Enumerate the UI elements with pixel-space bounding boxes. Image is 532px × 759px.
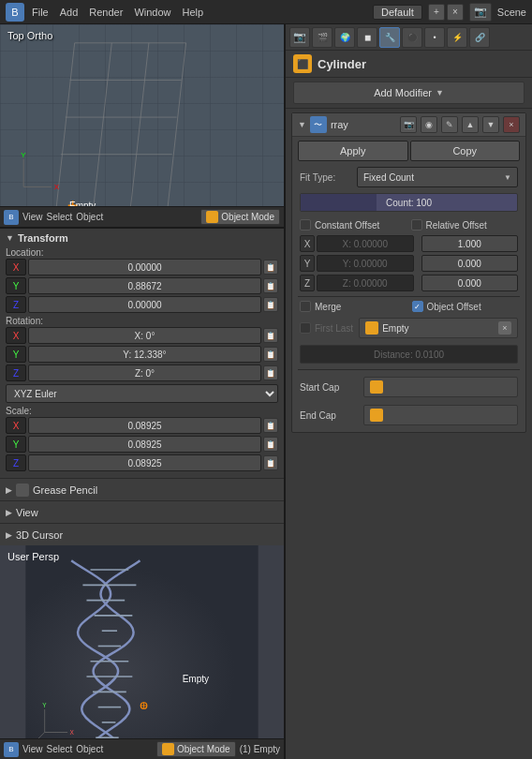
select-menu-bottom[interactable]: Select xyxy=(47,744,73,754)
apply-button[interactable]: Apply xyxy=(298,141,408,161)
view-panel[interactable]: ▶ View xyxy=(0,500,284,523)
modifier-edit-icon[interactable]: ✎ xyxy=(441,116,458,133)
constant-offset-checkbox[interactable] xyxy=(300,219,311,231)
copy-ry-btn[interactable]: 📋 xyxy=(263,347,278,362)
count-row: Count: 100 xyxy=(292,191,525,214)
particles-props-icon[interactable]: • xyxy=(424,27,445,48)
sz-label: Z xyxy=(6,454,26,471)
modifier-viewport-icon[interactable]: ◉ xyxy=(421,116,437,133)
relative-x-input[interactable]: 1.000 xyxy=(421,235,519,252)
offset-x-label: X xyxy=(300,235,315,252)
first-last-checkbox[interactable] xyxy=(300,322,311,334)
object-type-icon: ⬛ xyxy=(293,54,312,73)
object-offset-label: Object Offset xyxy=(427,302,481,312)
copy-rz-btn[interactable]: 📋 xyxy=(263,365,278,380)
scale-y-input[interactable] xyxy=(28,436,261,453)
end-cap-select[interactable] xyxy=(363,405,518,425)
constant-offset-label: Constant Offset xyxy=(315,220,379,231)
world-props-icon[interactable]: 🌍 xyxy=(334,27,355,48)
object-mode-btn-top[interactable]: Object Mode xyxy=(200,209,280,225)
start-cap-select[interactable] xyxy=(363,377,518,397)
rotation-y-input[interactable] xyxy=(28,346,261,363)
euler-select[interactable]: XYZ Euler xyxy=(6,384,278,403)
end-cap-row: End Cap xyxy=(292,402,525,428)
copy-x-btn[interactable]: 📋 xyxy=(263,260,278,275)
blender-icon[interactable]: B xyxy=(6,3,24,22)
modifier-down-icon[interactable]: ▼ xyxy=(482,116,499,133)
merge-checkbox[interactable] xyxy=(300,301,311,312)
transform-header[interactable]: ▼ Transform xyxy=(6,232,278,244)
menu-file[interactable]: File xyxy=(32,7,49,18)
cursor-3d-label: 3D Cursor xyxy=(16,529,63,541)
object-mode-btn-bottom[interactable]: Object Mode xyxy=(156,741,236,757)
object-menu-top[interactable]: Object xyxy=(76,212,103,222)
relative-offset-checkbox[interactable] xyxy=(411,219,422,231)
offset-z-input-left[interactable]: Z: 0.00000 xyxy=(317,275,414,291)
location-y-row: Y 📋 xyxy=(6,277,278,294)
constraints-props-icon[interactable]: 🔗 xyxy=(469,27,490,48)
distance-input[interactable]: Distance: 0.0100 xyxy=(300,345,518,364)
viewport-top[interactable]: X Y Top Ortho Empty (1) Empty B View Sel… xyxy=(0,24,286,229)
view-menu-bottom[interactable]: View xyxy=(22,744,43,754)
copy-button[interactable]: Copy xyxy=(410,141,521,161)
empty-close-btn[interactable]: × xyxy=(498,321,511,335)
end-cap-label: End Cap xyxy=(300,410,356,421)
render-props-icon[interactable]: 📷 xyxy=(289,27,310,48)
menu-add[interactable]: Add xyxy=(60,7,79,18)
start-cap-row: Start Cap xyxy=(292,374,525,400)
location-z-row: Z 📋 xyxy=(6,296,278,313)
copy-sz-btn[interactable]: 📋 xyxy=(263,455,278,470)
scale-x-input[interactable] xyxy=(28,417,261,434)
object-offset-checkbox[interactable]: ✓ xyxy=(412,301,423,312)
modifier-expand-arrow[interactable]: ▼ xyxy=(298,120,306,129)
location-z-input[interactable] xyxy=(28,296,261,313)
fit-type-select[interactable]: Fixed Count ▼ xyxy=(357,167,518,187)
menu-help[interactable]: Help xyxy=(183,7,204,18)
modifier-props-icon[interactable]: 🔧 xyxy=(379,27,400,48)
viewport-bottom[interactable]: User Persp xyxy=(0,545,286,759)
copy-rx-btn[interactable]: 📋 xyxy=(263,328,278,343)
copy-z-btn[interactable]: 📋 xyxy=(263,297,278,312)
menu-window[interactable]: Window xyxy=(134,7,170,18)
modifier-render-icon[interactable]: 📷 xyxy=(400,116,417,133)
viewport-bottom-icon[interactable]: B xyxy=(4,742,19,757)
empty-obj-dropdown[interactable]: Empty × xyxy=(359,318,518,338)
cursor-3d-panel[interactable]: ▶ 3D Cursor xyxy=(0,523,284,545)
first-last-wrap: First Last xyxy=(300,322,353,334)
modifier-close-icon[interactable]: × xyxy=(503,116,520,133)
object-menu-bottom[interactable]: Object xyxy=(76,744,103,754)
offset-x-input-left[interactable]: X: 0.00000 xyxy=(317,235,414,252)
physics-props-icon[interactable]: ⚡ xyxy=(447,27,467,48)
copy-sx-btn[interactable]: 📋 xyxy=(263,418,278,433)
modifier-name[interactable]: rray xyxy=(331,119,396,130)
relative-offset-wrap: Relative Offset xyxy=(411,219,519,231)
view-menu-top[interactable]: View xyxy=(22,212,43,222)
menu-render[interactable]: Render xyxy=(89,7,123,18)
start-cap-label: Start Cap xyxy=(300,382,356,393)
location-x-input[interactable] xyxy=(28,259,261,275)
add-modifier-button[interactable]: Add Modifier ▼ xyxy=(293,82,525,104)
object-props-icon[interactable]: ◼ xyxy=(357,27,377,48)
render-icon[interactable]: 📷 xyxy=(469,3,492,22)
object-header: ⬛ Cylinder xyxy=(286,51,532,78)
screen-selector[interactable]: + × xyxy=(428,4,464,21)
offset-y-input-left[interactable]: Y: 0.00000 xyxy=(317,255,414,272)
count-slider[interactable]: Count: 100 xyxy=(300,193,518,212)
location-y-input[interactable] xyxy=(28,277,261,294)
scale-z-input[interactable] xyxy=(28,454,261,471)
object-name[interactable]: Cylinder xyxy=(318,57,366,71)
rotation-x-input[interactable] xyxy=(28,327,261,344)
material-props-icon[interactable]: ⚫ xyxy=(402,27,422,48)
relative-y-input[interactable]: 0.000 xyxy=(421,255,519,272)
copy-sy-btn[interactable]: 📋 xyxy=(263,437,278,452)
copy-y-btn[interactable]: 📋 xyxy=(263,278,278,293)
y-offset-row: Y Y: 0.00000 0.000 xyxy=(292,254,525,273)
rotation-z-input[interactable] xyxy=(28,365,261,381)
scene-props-icon[interactable]: 🎬 xyxy=(312,27,332,48)
relative-z-input[interactable]: 0.000 xyxy=(421,275,519,291)
select-menu-top[interactable]: Select xyxy=(47,212,73,222)
viewport-top-icon[interactable]: B xyxy=(4,210,19,225)
layout-selector[interactable]: Default xyxy=(373,5,422,20)
modifier-up-icon[interactable]: ▲ xyxy=(462,116,479,133)
grease-pencil-panel[interactable]: ▶ Grease Pencil xyxy=(0,478,284,500)
